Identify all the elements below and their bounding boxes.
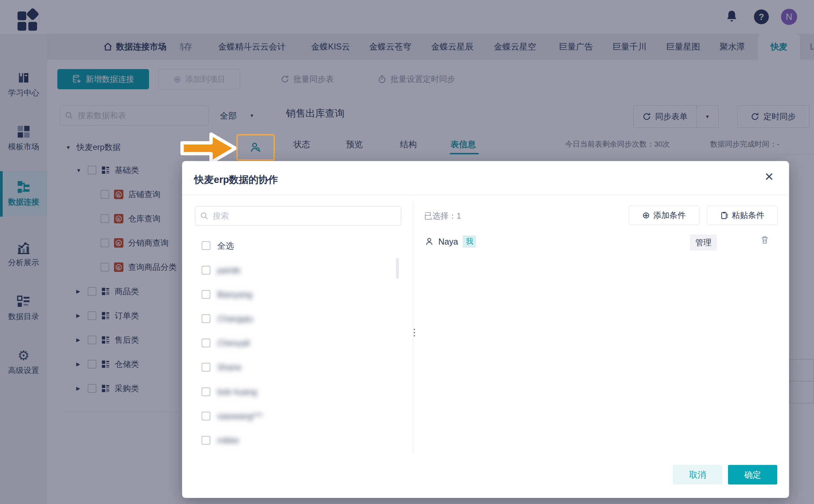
checkbox[interactable] xyxy=(202,363,210,372)
trash-icon[interactable] xyxy=(760,235,769,246)
plus-circle-icon: ⊕ xyxy=(642,210,650,221)
checkbox[interactable] xyxy=(202,436,210,445)
add-condition-button[interactable]: ⊕ 添加条件 xyxy=(629,206,699,225)
checkbox[interactable] xyxy=(202,412,210,420)
member-name: Naya xyxy=(438,237,458,247)
divider-drag-handle[interactable]: ⋮ xyxy=(410,327,419,338)
paste-icon xyxy=(720,211,729,220)
confirm-button[interactable]: 确定 xyxy=(728,465,777,484)
selected-member-row: Naya 我 xyxy=(425,232,476,251)
paste-condition-button[interactable]: 粘贴条件 xyxy=(707,206,778,225)
cancel-button[interactable]: 取消 xyxy=(673,465,722,484)
member-row[interactable]: Changqiu xyxy=(202,310,253,328)
annotation-highlight-box xyxy=(236,134,275,161)
checkbox[interactable] xyxy=(202,314,210,323)
member-row[interactable]: Chenyali xyxy=(202,334,250,352)
member-role-select[interactable]: 管理 xyxy=(690,234,717,251)
me-badge: 我 xyxy=(463,235,476,248)
member-row[interactable]: Shane xyxy=(202,358,241,376)
member-search[interactable] xyxy=(195,206,401,226)
member-row[interactable]: mikke xyxy=(202,431,239,449)
member-row[interactable]: Bianyang xyxy=(202,285,252,304)
modal-title: 快麦erp数据的协作 xyxy=(194,173,278,187)
member-row[interactable]: xiaowang*** xyxy=(202,407,263,425)
search-icon xyxy=(200,212,209,220)
close-icon[interactable]: × xyxy=(765,169,774,184)
user-icon xyxy=(425,237,434,246)
checkbox[interactable] xyxy=(202,241,210,250)
select-all-row[interactable]: 全选 xyxy=(202,237,234,255)
modal-header-divider xyxy=(182,195,789,195)
member-row[interactable]: bob huang xyxy=(202,383,257,401)
scrollbar-thumb[interactable] xyxy=(396,258,399,279)
checkbox[interactable] xyxy=(202,339,210,347)
collaboration-modal: 快麦erp数据的协作 × 全选 pande Bianyang Changqiu … xyxy=(182,161,789,498)
checkbox[interactable] xyxy=(202,266,210,275)
member-search-input[interactable] xyxy=(212,211,396,221)
checkbox[interactable] xyxy=(202,387,210,396)
member-row[interactable]: pande xyxy=(202,261,241,279)
selected-count: 已选择：1 xyxy=(424,206,461,226)
checkbox[interactable] xyxy=(202,290,210,299)
